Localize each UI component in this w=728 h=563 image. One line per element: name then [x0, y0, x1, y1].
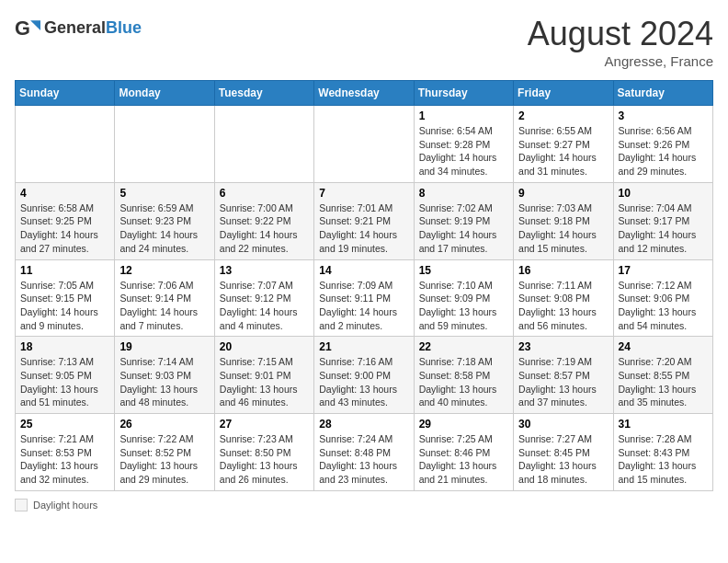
- calendar-cell: 4Sunrise: 6:58 AMSunset: 9:25 PMDaylight…: [16, 182, 115, 259]
- day-number: 14: [319, 264, 408, 277]
- calendar-cell: 9Sunrise: 7:03 AMSunset: 9:18 PMDaylight…: [514, 182, 613, 259]
- logo-icon: G: [15, 15, 40, 40]
- day-info: Sunrise: 7:05 AMSunset: 9:15 PMDaylight:…: [20, 279, 109, 333]
- logo: G GeneralBlue: [15, 15, 142, 40]
- calendar-cell: 28Sunrise: 7:24 AMSunset: 8:48 PMDayligh…: [314, 414, 414, 491]
- calendar-cell: 12Sunrise: 7:06 AMSunset: 9:14 PMDayligh…: [115, 259, 214, 337]
- day-info: Sunrise: 7:15 AMSunset: 9:01 PMDaylight:…: [220, 355, 309, 409]
- column-header-thursday: Thursday: [414, 81, 513, 106]
- legend-box: [15, 499, 28, 511]
- day-number: 28: [319, 418, 408, 431]
- day-number: 15: [419, 264, 508, 277]
- day-info: Sunrise: 7:18 AMSunset: 8:58 PMDaylight:…: [419, 355, 508, 409]
- calendar-cell: [16, 106, 115, 183]
- day-number: 9: [518, 187, 608, 200]
- day-info: Sunrise: 7:23 AMSunset: 8:50 PMDaylight:…: [220, 432, 309, 487]
- day-number: 17: [619, 264, 708, 277]
- calendar-cell: 1Sunrise: 6:54 AMSunset: 9:28 PMDaylight…: [414, 106, 513, 183]
- day-number: 10: [619, 187, 708, 200]
- day-info: Sunrise: 7:19 AMSunset: 8:57 PMDaylight:…: [518, 355, 608, 409]
- svg-text:G: G: [15, 17, 30, 40]
- day-number: 18: [20, 340, 109, 353]
- calendar-cell: 16Sunrise: 7:11 AMSunset: 9:08 PMDayligh…: [514, 259, 613, 337]
- calendar-table: SundayMondayTuesdayWednesdayThursdayFrid…: [15, 80, 713, 491]
- calendar-week-4: 18Sunrise: 7:13 AMSunset: 9:05 PMDayligh…: [16, 337, 713, 414]
- calendar-cell: 29Sunrise: 7:25 AMSunset: 8:46 PMDayligh…: [414, 414, 513, 491]
- day-number: 6: [220, 187, 309, 200]
- day-info: Sunrise: 7:10 AMSunset: 9:09 PMDaylight:…: [419, 279, 508, 333]
- day-number: 26: [119, 418, 209, 431]
- calendar-cell: 6Sunrise: 7:00 AMSunset: 9:22 PMDaylight…: [214, 182, 313, 259]
- month-title: August 2024: [528, 15, 713, 53]
- calendar-cell: [314, 106, 414, 183]
- day-info: Sunrise: 7:13 AMSunset: 9:05 PMDaylight:…: [20, 355, 109, 409]
- calendar-cell: 2Sunrise: 6:55 AMSunset: 9:27 PMDaylight…: [514, 106, 613, 183]
- day-number: 1: [419, 109, 508, 122]
- day-info: Sunrise: 7:28 AMSunset: 8:43 PMDaylight:…: [619, 432, 708, 487]
- calendar-cell: 8Sunrise: 7:02 AMSunset: 9:19 PMDaylight…: [414, 182, 513, 259]
- calendar-header: SundayMondayTuesdayWednesdayThursdayFrid…: [16, 81, 713, 106]
- day-number: 5: [119, 187, 209, 200]
- calendar-cell: 24Sunrise: 7:20 AMSunset: 8:55 PMDayligh…: [613, 337, 712, 414]
- day-info: Sunrise: 7:06 AMSunset: 9:14 PMDaylight:…: [119, 279, 209, 333]
- day-number: 24: [619, 340, 708, 353]
- calendar-cell: 13Sunrise: 7:07 AMSunset: 9:12 PMDayligh…: [214, 259, 313, 337]
- calendar-cell: [115, 106, 214, 183]
- calendar-cell: 17Sunrise: 7:12 AMSunset: 9:06 PMDayligh…: [613, 259, 712, 337]
- day-info: Sunrise: 7:12 AMSunset: 9:06 PMDaylight:…: [619, 279, 708, 333]
- location-subtitle: Angresse, France: [528, 53, 713, 69]
- calendar-cell: 15Sunrise: 7:10 AMSunset: 9:09 PMDayligh…: [414, 259, 513, 337]
- calendar-cell: 27Sunrise: 7:23 AMSunset: 8:50 PMDayligh…: [214, 414, 313, 491]
- day-number: 23: [518, 340, 608, 353]
- logo-blue-text: Blue: [106, 18, 142, 37]
- day-info: Sunrise: 7:21 AMSunset: 8:53 PMDaylight:…: [20, 432, 109, 487]
- day-info: Sunrise: 6:56 AMSunset: 9:26 PMDaylight:…: [619, 124, 708, 178]
- column-header-friday: Friday: [514, 81, 613, 106]
- title-block: August 2024 Angresse, France: [528, 15, 713, 69]
- calendar-week-3: 11Sunrise: 7:05 AMSunset: 9:15 PMDayligh…: [16, 259, 713, 337]
- calendar-cell: 22Sunrise: 7:18 AMSunset: 8:58 PMDayligh…: [414, 337, 513, 414]
- day-number: 12: [119, 264, 209, 277]
- logo-general-text: General: [44, 18, 106, 37]
- calendar-cell: 14Sunrise: 7:09 AMSunset: 9:11 PMDayligh…: [314, 259, 414, 337]
- day-info: Sunrise: 7:20 AMSunset: 8:55 PMDaylight:…: [619, 355, 708, 409]
- calendar-cell: 23Sunrise: 7:19 AMSunset: 8:57 PMDayligh…: [514, 337, 613, 414]
- day-number: 31: [619, 418, 708, 431]
- calendar-cell: [214, 106, 313, 183]
- day-number: 27: [220, 418, 309, 431]
- calendar-cell: 10Sunrise: 7:04 AMSunset: 9:17 PMDayligh…: [613, 182, 712, 259]
- day-number: 3: [619, 109, 708, 122]
- day-info: Sunrise: 7:01 AMSunset: 9:21 PMDaylight:…: [319, 201, 408, 256]
- day-info: Sunrise: 7:25 AMSunset: 8:46 PMDaylight:…: [419, 432, 508, 487]
- day-number: 20: [220, 340, 309, 353]
- calendar-cell: 26Sunrise: 7:22 AMSunset: 8:52 PMDayligh…: [115, 414, 214, 491]
- day-info: Sunrise: 7:02 AMSunset: 9:19 PMDaylight:…: [419, 201, 508, 256]
- day-info: Sunrise: 6:55 AMSunset: 9:27 PMDaylight:…: [518, 124, 608, 178]
- calendar-cell: 18Sunrise: 7:13 AMSunset: 9:05 PMDayligh…: [16, 337, 115, 414]
- day-number: 29: [419, 418, 508, 431]
- svg-marker-1: [30, 20, 40, 30]
- day-info: Sunrise: 7:22 AMSunset: 8:52 PMDaylight:…: [119, 432, 209, 487]
- column-header-wednesday: Wednesday: [314, 81, 414, 106]
- day-number: 19: [119, 340, 209, 353]
- day-number: 30: [518, 418, 608, 431]
- legend: Daylight hours: [15, 499, 713, 511]
- day-number: 11: [20, 264, 109, 277]
- calendar-cell: 3Sunrise: 6:56 AMSunset: 9:26 PMDaylight…: [613, 106, 712, 183]
- calendar-cell: 7Sunrise: 7:01 AMSunset: 9:21 PMDaylight…: [314, 182, 414, 259]
- column-header-tuesday: Tuesday: [214, 81, 313, 106]
- day-number: 2: [518, 109, 608, 122]
- day-number: 8: [419, 187, 508, 200]
- day-info: Sunrise: 7:11 AMSunset: 9:08 PMDaylight:…: [518, 279, 608, 333]
- calendar-cell: 20Sunrise: 7:15 AMSunset: 9:01 PMDayligh…: [214, 337, 313, 414]
- day-info: Sunrise: 7:04 AMSunset: 9:17 PMDaylight:…: [619, 201, 708, 256]
- calendar-cell: 21Sunrise: 7:16 AMSunset: 9:00 PMDayligh…: [314, 337, 414, 414]
- page-header: G GeneralBlue August 2024 Angresse, Fran…: [15, 15, 713, 69]
- day-info: Sunrise: 7:24 AMSunset: 8:48 PMDaylight:…: [319, 432, 408, 487]
- day-info: Sunrise: 6:54 AMSunset: 9:28 PMDaylight:…: [419, 124, 508, 178]
- calendar-week-2: 4Sunrise: 6:58 AMSunset: 9:25 PMDaylight…: [16, 182, 713, 259]
- column-header-saturday: Saturday: [613, 81, 712, 106]
- day-number: 4: [20, 187, 109, 200]
- day-number: 16: [518, 264, 608, 277]
- calendar-body: 1Sunrise: 6:54 AMSunset: 9:28 PMDaylight…: [16, 106, 713, 491]
